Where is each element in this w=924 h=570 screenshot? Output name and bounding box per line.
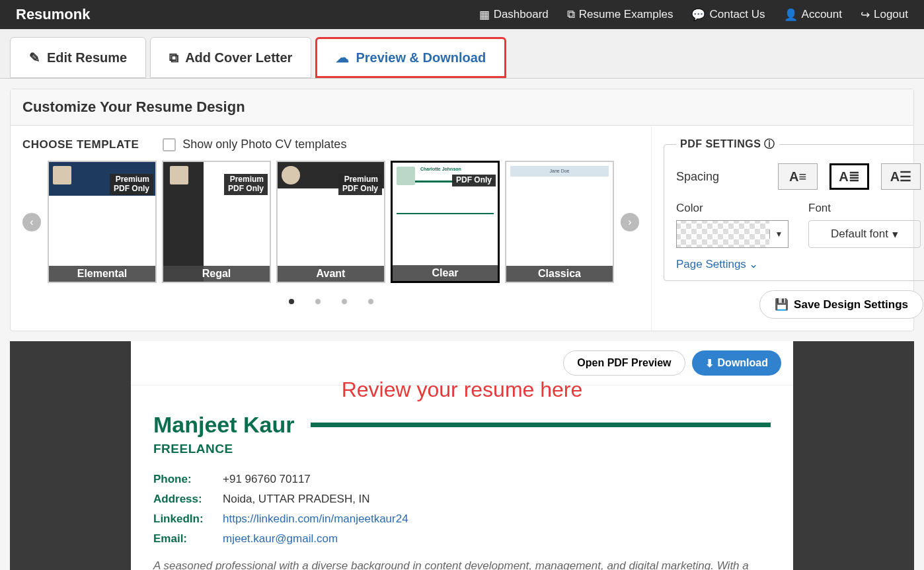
chat-icon: 💬 [691,8,705,22]
panel-title: Customize Your Resume Design [11,89,913,126]
chevron-down-icon: ▾ [892,227,898,241]
nav-resume-examples[interactable]: ⧉Resume Examples [567,8,674,22]
color-swatch [677,221,769,247]
top-nav: ▦Dashboard ⧉Resume Examples 💬Contact Us … [479,8,908,22]
template-elemental[interactable]: Premium PDF Only Elemental [48,161,157,283]
spacing-compact[interactable]: A≡ [778,163,818,190]
tab-add-cover-letter[interactable]: ⧉ Add Cover Letter [150,37,311,78]
template-list: Premium PDF Only Elemental Premium PDF O… [48,161,614,283]
template-classica[interactable]: Jane Doe Classica [505,161,614,283]
carousel-dot[interactable] [315,299,321,304]
spacing-wide[interactable]: A☰ [881,163,921,190]
copy-icon: ⧉ [169,50,178,65]
download-icon: ⬇ [705,357,714,370]
pdf-settings-fieldset: PDF SETTINGS ⓘ Spacing A≡ A≣ A☰ Color ▼ [664,138,924,281]
template-regal[interactable]: Premium PDF Only Regal [162,161,271,283]
spacing-label: Spacing [676,170,719,184]
pdf-settings-column: PDF SETTINGS ⓘ Spacing A≡ A≣ A☰ Color ▼ [651,126,924,331]
premium-badge: Premium PDF Only [224,174,268,195]
resume-page: Open PDF Preview ⬇ Download Review your … [131,341,793,570]
nav-contact-us[interactable]: 💬Contact Us [691,8,765,22]
top-navbar: Resumonk ▦Dashboard ⧉Resume Examples 💬Co… [0,0,924,29]
template-clear[interactable]: Charlotte Johnson PDF Only Clear [391,161,500,283]
address-value: Noida, UTTAR PRADESH, IN [223,493,370,506]
pdf-settings-label: PDF SETTINGS ⓘ [676,138,779,151]
nav-logout[interactable]: ↪Logout [861,8,908,22]
brand-logo[interactable]: Resumonk [16,6,90,23]
carousel-dot[interactable] [289,299,294,304]
premium-badge: Premium PDF Only [110,174,153,195]
spacing-options: A≡ A≣ A☰ [778,163,921,190]
pencil-icon: ✎ [29,50,40,65]
carousel-prev-button[interactable]: ‹ [22,213,41,231]
spacing-normal[interactable]: A≣ [829,163,869,190]
page-tabs: ✎ Edit Resume ⧉ Add Cover Letter ☁ Previ… [0,29,924,79]
resume-name: Manjeet Kaur [153,412,308,438]
carousel-dots [22,299,639,304]
logout-icon: ↪ [861,8,870,22]
review-overlay-text: Review your resume here [131,378,793,402]
resume-role: FREELANCE [153,442,771,456]
choose-template-label: CHOOSE TEMPLATE [22,138,139,151]
resume-content: Manjeet Kaur FREELANCE Phone: +91 96760 … [131,386,793,570]
resume-summary: A seasoned professional with a diverse b… [153,559,771,570]
linkedin-label: LinkedIn: [153,512,223,526]
resume-preview-area: Open PDF Preview ⬇ Download Review your … [10,341,914,570]
open-pdf-preview-button[interactable]: Open PDF Preview [563,350,685,376]
color-label: Color [676,202,789,215]
design-panel: Customize Your Resume Design CHOOSE TEMP… [10,89,914,331]
tab-edit-resume[interactable]: ✎ Edit Resume [10,37,146,78]
copy-icon: ⧉ [567,8,575,21]
font-select[interactable]: Default font ▾ [808,220,921,248]
carousel-dot[interactable] [368,299,373,304]
info-icon[interactable]: ⓘ [764,138,775,149]
grid-icon: ▦ [479,8,490,22]
phone-value: +91 96760 70117 [223,473,311,486]
tab-preview-download[interactable]: ☁ Preview & Download [315,37,506,78]
save-design-button[interactable]: 💾 Save Design Settings [759,290,923,319]
cloud-download-icon: ☁ [336,50,349,65]
phone-label: Phone: [153,473,223,486]
font-label: Font [808,202,921,215]
premium-badge: Premium PDF Only [338,174,382,195]
chevron-down-icon: ⌄ [749,257,758,271]
download-button[interactable]: ⬇ Download [692,350,781,376]
photo-cv-checkbox[interactable]: Show only Photo CV templates [163,138,346,151]
linkedin-link[interactable]: https://linkedin.com/in/manjeetkaur24 [223,512,408,526]
pdf-only-badge: PDF Only [452,175,496,186]
email-link[interactable]: mjeet.kaur@gmail.com [223,532,338,546]
chevron-down-icon: ▼ [769,229,788,239]
nav-dashboard[interactable]: ▦Dashboard [479,8,549,22]
email-label: Email: [153,532,223,546]
save-icon: 💾 [775,298,789,311]
color-picker[interactable]: ▼ [676,220,789,248]
template-avant[interactable]: Premium PDF Only Avant [276,161,385,283]
carousel-next-button[interactable]: › [621,213,639,231]
nav-account[interactable]: 👤Account [784,8,842,22]
checkbox-icon [163,138,176,151]
resume-divider [311,423,771,427]
carousel-dot[interactable] [342,299,347,304]
address-label: Address: [153,493,223,506]
page-settings-link[interactable]: Page Settings ⌄ [676,257,758,271]
template-chooser: CHOOSE TEMPLATE Show only Photo CV templ… [11,126,651,331]
user-icon: 👤 [784,8,798,22]
